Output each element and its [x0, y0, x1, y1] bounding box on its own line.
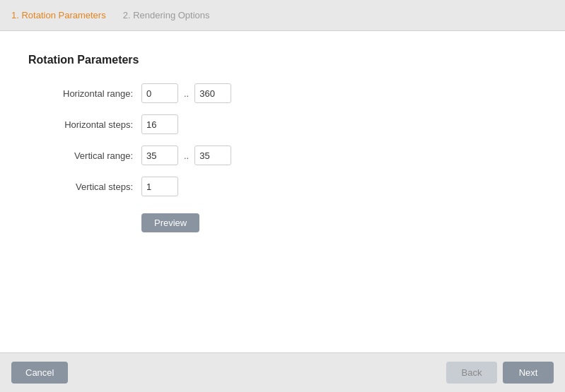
vertical-range-separator: .. [184, 150, 189, 161]
vertical-range-label: Vertical range: [28, 150, 141, 161]
horizontal-range-row: Horizontal range: .. [28, 83, 537, 103]
wizard-bar: 1. Rotation Parameters 2. Rendering Opti… [0, 0, 565, 31]
vertical-range-to-input[interactable] [194, 145, 231, 165]
horizontal-range-separator: .. [184, 88, 189, 99]
wizard-step-2[interactable]: 2. Rendering Options [123, 10, 210, 20]
vertical-steps-controls [141, 177, 178, 196]
preview-row: Preview [28, 208, 537, 232]
horizontal-steps-label: Horizontal steps: [28, 119, 141, 130]
horizontal-range-label: Horizontal range: [28, 88, 141, 99]
horizontal-range-controls: .. [141, 83, 231, 103]
horizontal-steps-row: Horizontal steps: [28, 114, 537, 134]
vertical-steps-input[interactable] [141, 177, 178, 196]
form-area: Horizontal range: .. Horizontal steps: V… [28, 83, 537, 244]
main-content: Rotation Parameters Horizontal range: ..… [0, 31, 565, 352]
vertical-range-controls: .. [141, 145, 231, 165]
cancel-button[interactable]: Cancel [11, 362, 68, 384]
next-button[interactable]: Next [503, 362, 554, 384]
vertical-range-row: Vertical range: .. [28, 145, 537, 165]
footer-right: Back Next [446, 362, 554, 384]
horizontal-steps-input[interactable] [141, 114, 178, 134]
section-title: Rotation Parameters [28, 54, 537, 66]
vertical-range-from-input[interactable] [141, 145, 178, 165]
footer-left: Cancel [11, 362, 68, 384]
footer-bar: Cancel Back Next [0, 352, 565, 392]
vertical-steps-row: Vertical steps: [28, 177, 537, 196]
preview-button[interactable]: Preview [141, 213, 199, 232]
back-button[interactable]: Back [446, 362, 497, 384]
wizard-step-1[interactable]: 1. Rotation Parameters [11, 10, 106, 20]
vertical-steps-label: Vertical steps: [28, 182, 141, 192]
horizontal-range-to-input[interactable] [194, 83, 231, 103]
horizontal-range-from-input[interactable] [141, 83, 178, 103]
horizontal-steps-controls [141, 114, 178, 134]
